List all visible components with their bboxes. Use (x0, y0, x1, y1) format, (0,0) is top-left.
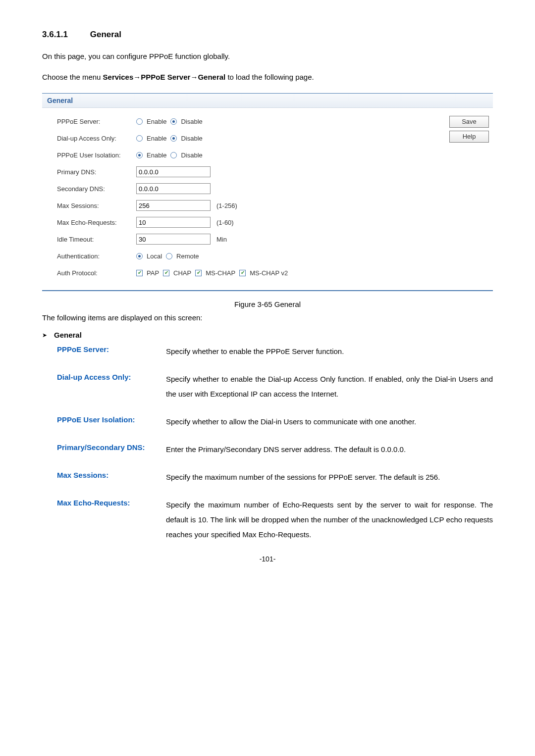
input-secondary-dns[interactable] (136, 183, 211, 194)
radio-label-disable: Disable (181, 118, 202, 125)
save-button[interactable]: Save (449, 116, 489, 128)
radio-pppoe-disable[interactable] (170, 118, 177, 125)
nav-services: Services (103, 73, 134, 81)
desc-row-pppoe-server: PPPoE Server: Specify whether to enable … (57, 344, 493, 359)
check-label-pap: PAP (147, 269, 159, 277)
radio-pppoe-enable[interactable] (136, 118, 143, 125)
label-authentication: Authentication: (57, 252, 136, 260)
row-auth-protocol: Auth Protocol: ✔ PAP ✔ CHAP ✔ MS-CHAP ✔ … (57, 264, 434, 281)
nav-arrow-2: → (190, 73, 198, 81)
hint-max-sessions: (1-256) (216, 202, 237, 209)
def-pppoe-server: Specify whether to enable the PPPoE Serv… (166, 344, 493, 359)
row-isolation: PPPoE User Isolation: Enable Disable (57, 147, 434, 163)
radio-label-disable: Disable (181, 151, 202, 159)
row-max-sessions: Max Sessions: (1-256) (57, 197, 434, 214)
def-dialup: Specify whether to enable the Dial-up Ac… (166, 372, 493, 402)
section-title: General (90, 30, 121, 39)
description-table: PPPoE Server: Specify whether to enable … (42, 344, 493, 542)
nav-arrow-1: → (133, 73, 141, 81)
label-pppoe-server: PPPoE Server: (57, 118, 136, 125)
label-secondary-dns: Secondary DNS: (57, 185, 136, 193)
term-isolation: PPPoE User Isolation: (57, 414, 166, 429)
hint-idle-timeout: Min (216, 236, 227, 243)
row-authentication: Authentication: Local Remote (57, 248, 434, 264)
page-number: -101- (42, 555, 493, 563)
nav-general: General (198, 73, 225, 81)
check-chap[interactable]: ✔ (163, 270, 169, 276)
check-label-chap: CHAP (173, 269, 191, 277)
form-column: PPPoE Server: Enable Disable Dial-up Acc… (46, 113, 434, 281)
nav-suffix: to load the following page. (225, 73, 314, 81)
term-dialup: Dial-up Access Only: (57, 372, 166, 402)
section-heading: 3.6.1.1 General (42, 30, 493, 40)
label-max-sessions: Max Sessions: (57, 202, 136, 209)
hint-max-echo: (1-60) (216, 219, 234, 226)
row-primary-dns: Primary DNS: (57, 163, 434, 180)
row-max-echo: Max Echo-Requests: (1-60) (57, 214, 434, 231)
desc-row-max-sessions: Max Sessions: Specify the maximum number… (57, 470, 493, 485)
radio-label-enable: Enable (147, 135, 166, 142)
nav-prefix: Choose the menu (42, 73, 103, 81)
input-max-echo[interactable] (136, 217, 211, 228)
radio-isolation-enable[interactable] (136, 152, 143, 158)
term-max-sessions: Max Sessions: (57, 470, 166, 485)
check-mschap[interactable]: ✔ (195, 270, 202, 276)
description-intro: The following items are displayed on thi… (42, 313, 493, 322)
radio-label-enable: Enable (147, 118, 166, 125)
label-primary-dns: Primary DNS: (57, 168, 136, 176)
config-panel: General PPPoE Server: Enable Disable Dia… (42, 93, 493, 291)
button-column: Save Help (434, 113, 489, 281)
check-mschapv2[interactable]: ✔ (239, 270, 246, 276)
check-label-mschapv2: MS-CHAP v2 (250, 269, 288, 277)
def-max-sessions: Specify the maximum number of the sessio… (166, 470, 493, 485)
help-button[interactable]: Help (449, 131, 489, 143)
radio-auth-local[interactable] (136, 253, 143, 259)
triangle-icon: ➤ (42, 332, 47, 339)
radio-dialup-disable[interactable] (170, 135, 177, 142)
radio-label-remote: Remote (176, 252, 199, 260)
row-pppoe-server: PPPoE Server: Enable Disable (57, 113, 434, 130)
intro-text: On this page, you can configure PPPoE fu… (42, 50, 493, 62)
check-label-mschap: MS-CHAP (206, 269, 235, 277)
desc-row-dns: Primary/Secondary DNS: Enter the Primary… (57, 442, 493, 457)
label-isolation: PPPoE User Isolation: (57, 151, 136, 159)
desc-row-isolation: PPPoE User Isolation: Specify whether to… (57, 414, 493, 429)
bullet-title: General (54, 331, 82, 339)
term-dns: Primary/Secondary DNS: (57, 442, 166, 457)
input-idle-timeout[interactable] (136, 234, 211, 245)
label-idle-timeout: Idle Timeout: (57, 236, 136, 243)
desc-row-dialup: Dial-up Access Only: Specify whether to … (57, 372, 493, 402)
desc-row-max-echo: Max Echo-Requests: Specify the maximum n… (57, 498, 493, 542)
term-max-echo: Max Echo-Requests: (57, 498, 166, 542)
panel-body: PPPoE Server: Enable Disable Dial-up Acc… (42, 108, 493, 290)
row-secondary-dns: Secondary DNS: (57, 180, 434, 197)
radio-label-local: Local (147, 252, 162, 260)
nav-pppoe: PPPoE Server (141, 73, 190, 81)
radio-auth-remote[interactable] (166, 253, 172, 259)
radio-label-disable: Disable (181, 135, 202, 142)
input-max-sessions[interactable] (136, 200, 211, 211)
figure-caption: Figure 3-65 General (42, 300, 493, 308)
def-isolation: Specify whether to allow the Dial-in Use… (166, 414, 493, 429)
radio-isolation-disable[interactable] (170, 152, 177, 158)
radio-label-enable: Enable (147, 151, 166, 159)
def-dns: Enter the Primary/Secondary DNS server a… (166, 442, 493, 457)
def-max-echo: Specify the maximum number of Echo-Reque… (166, 498, 493, 542)
bullet-general: ➤ General (42, 331, 493, 339)
term-pppoe-server: PPPoE Server: (57, 344, 166, 359)
check-pap[interactable]: ✔ (136, 270, 143, 276)
label-auth-protocol: Auth Protocol: (57, 269, 136, 277)
input-primary-dns[interactable] (136, 166, 211, 177)
section-number: 3.6.1.1 (42, 30, 68, 39)
radio-dialup-enable[interactable] (136, 135, 143, 142)
row-idle-timeout: Idle Timeout: Min (57, 231, 434, 248)
label-max-echo: Max Echo-Requests: (57, 219, 136, 226)
row-dialup: Dial-up Access Only: Enable Disable (57, 130, 434, 147)
label-dialup: Dial-up Access Only: (57, 135, 136, 142)
panel-title: General (42, 94, 493, 108)
navigation-path: Choose the menu Services→PPPoE Server→Ge… (42, 71, 493, 83)
